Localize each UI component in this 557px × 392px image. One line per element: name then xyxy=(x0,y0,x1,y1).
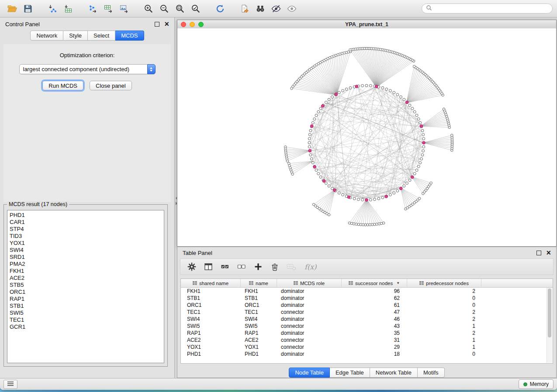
network-node[interactable] xyxy=(342,89,344,92)
select-all-rows-button[interactable] xyxy=(217,260,233,274)
memory-button[interactable]: Memory xyxy=(519,379,554,389)
ui-settings-button[interactable] xyxy=(3,380,17,389)
dominator-node[interactable] xyxy=(313,165,316,168)
close-panel-button[interactable]: Close panel xyxy=(90,81,132,90)
network-node[interactable] xyxy=(374,198,376,201)
mcds-result-item[interactable]: SRD1 xyxy=(10,254,164,261)
network-node[interactable] xyxy=(308,133,311,136)
import-table-button[interactable] xyxy=(60,2,76,16)
open-session-button[interactable] xyxy=(4,2,20,16)
network-node[interactable] xyxy=(443,108,445,110)
dominator-node[interactable] xyxy=(322,179,325,182)
network-node[interactable] xyxy=(349,86,352,89)
network-node[interactable] xyxy=(365,84,368,87)
mcds-result-item[interactable]: STP4 xyxy=(10,226,164,233)
zoom-selected-button[interactable] xyxy=(188,2,204,16)
network-node[interactable] xyxy=(291,87,293,90)
column-header-successor_nodes[interactable]: successor nodes▼ xyxy=(342,279,407,287)
network-node[interactable] xyxy=(355,223,358,226)
table-row[interactable]: YOX1YOX1connector291 xyxy=(181,344,553,351)
network-node[interactable] xyxy=(403,98,405,101)
network-node[interactable] xyxy=(385,88,388,90)
zoom-fit-button[interactable] xyxy=(172,2,188,16)
delete-rows-button[interactable] xyxy=(267,260,283,274)
network-node[interactable] xyxy=(389,193,391,196)
network-node[interactable] xyxy=(422,150,425,152)
dominator-node[interactable] xyxy=(308,149,311,152)
column-header-mcds_role[interactable]: MCDS role xyxy=(277,279,342,287)
mcds-result-item[interactable]: SWI4 xyxy=(10,247,164,254)
network-node[interactable] xyxy=(408,104,411,107)
network-node[interactable] xyxy=(419,121,422,124)
network-node[interactable] xyxy=(357,198,360,201)
find-button[interactable] xyxy=(253,2,268,16)
export-network-button[interactable] xyxy=(85,2,100,16)
share-network-button[interactable] xyxy=(237,2,253,16)
network-node[interactable] xyxy=(422,138,425,140)
network-node[interactable] xyxy=(338,91,340,94)
mcds-result-item[interactable]: PMA2 xyxy=(10,261,164,268)
export-image-button[interactable] xyxy=(116,2,132,16)
network-node[interactable] xyxy=(328,185,330,187)
mcds-result-item[interactable]: CAR1 xyxy=(10,219,164,226)
network-node[interactable] xyxy=(350,222,353,225)
table-row[interactable]: RAP1RAP1dominator352 xyxy=(181,330,553,337)
network-node[interactable] xyxy=(378,223,381,225)
network-node[interactable] xyxy=(325,101,327,103)
network-node[interactable] xyxy=(411,107,414,110)
close-table-panel-icon[interactable]: × xyxy=(546,250,551,255)
mcds-result-item[interactable]: SWI5 xyxy=(10,309,164,316)
column-header-predecessor_nodes[interactable]: predecessor nodes xyxy=(407,279,481,287)
mcds-result-item[interactable]: FKH1 xyxy=(10,268,164,275)
network-node[interactable] xyxy=(308,145,311,148)
dominator-node[interactable] xyxy=(310,124,313,127)
dominator-node[interactable] xyxy=(355,85,358,88)
network-node[interactable] xyxy=(317,110,320,113)
network-node[interactable] xyxy=(400,96,402,98)
tab-motifs[interactable]: Motifs xyxy=(418,368,445,378)
search-box[interactable] xyxy=(422,3,553,14)
network-node[interactable] xyxy=(418,197,421,200)
network-node[interactable] xyxy=(310,158,313,160)
mcds-result-item[interactable]: YOX1 xyxy=(10,240,164,247)
table-row[interactable]: FKH1FKH1dominator962 xyxy=(181,288,553,295)
minimize-window-button[interactable] xyxy=(190,22,195,27)
deselect-all-rows-button[interactable] xyxy=(234,260,249,274)
mcds-result-item[interactable]: ORC1 xyxy=(10,289,164,296)
table-row[interactable]: SWI5SWI5connector431 xyxy=(181,323,553,330)
close-window-button[interactable] xyxy=(181,22,186,27)
network-node[interactable] xyxy=(417,118,420,120)
network-node[interactable] xyxy=(408,179,411,182)
table-row[interactable]: SWI4SWI4dominator462 xyxy=(181,316,553,323)
dominator-node[interactable] xyxy=(411,176,414,179)
network-node[interactable] xyxy=(309,154,312,156)
float-table-panel-icon[interactable] xyxy=(536,251,541,255)
network-node[interactable] xyxy=(367,224,369,226)
dominator-node[interactable] xyxy=(365,199,368,202)
dominator-node[interactable] xyxy=(321,105,324,108)
network-node[interactable] xyxy=(342,193,344,196)
network-node[interactable] xyxy=(393,192,395,194)
add-row-button[interactable] xyxy=(250,260,266,274)
criterion-dropdown[interactable]: largest connected component (undirected) xyxy=(19,64,156,74)
maximize-window-button[interactable] xyxy=(198,22,204,27)
network-node[interactable] xyxy=(419,162,422,164)
network-node[interactable] xyxy=(389,89,391,92)
network-node[interactable] xyxy=(374,223,376,226)
network-node[interactable] xyxy=(311,121,314,124)
settings-gear-button[interactable] xyxy=(184,260,200,274)
network-node[interactable] xyxy=(377,197,380,200)
network-node[interactable] xyxy=(421,129,424,132)
tab-mcds[interactable]: MCDS xyxy=(115,31,144,41)
zoom-out-button[interactable] xyxy=(156,2,172,16)
network-node[interactable] xyxy=(451,134,453,137)
show-panels-button[interactable] xyxy=(284,2,300,16)
dominator-node[interactable] xyxy=(335,93,338,96)
table-row[interactable]: PHD1PHD1dominator180 xyxy=(181,351,553,358)
network-node[interactable] xyxy=(286,160,289,162)
hide-panels-button[interactable] xyxy=(268,2,284,16)
network-node[interactable] xyxy=(315,114,318,117)
network-node[interactable] xyxy=(360,224,362,226)
dominator-node[interactable] xyxy=(375,85,378,88)
network-node[interactable] xyxy=(403,185,405,187)
